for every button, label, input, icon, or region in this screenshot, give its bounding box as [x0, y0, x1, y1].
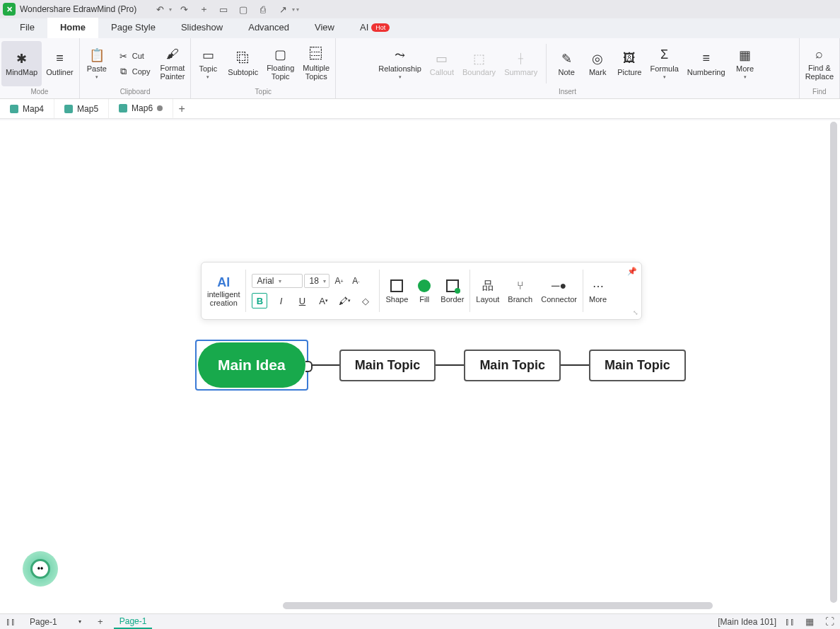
add-page-button[interactable]: +: [94, 616, 107, 628]
boundary-button: ⬚ Boundary: [458, 41, 500, 86]
new-icon[interactable]: ＋: [196, 1, 211, 17]
vertical-scrollbar[interactable]: [830, 122, 837, 603]
horizontal-scrollbar[interactable]: [283, 602, 713, 609]
font-family-select[interactable]: Arial▾: [252, 274, 303, 288]
file-icon: [119, 104, 127, 112]
topic-node-2[interactable]: Main Topic: [464, 350, 561, 381]
mindmap-icon: ✱: [14, 51, 30, 67]
menu-ai[interactable]: AI Hot: [347, 18, 402, 38]
subtopic-icon: ⿻: [235, 51, 251, 67]
highlight-button[interactable]: 🖍▾: [337, 293, 352, 308]
assistant-bot-button[interactable]: ••: [23, 551, 58, 587]
fullscreen-icon[interactable]: ⛶: [823, 616, 836, 628]
fill-button[interactable]: Fill: [412, 278, 436, 304]
status-bar: ⫿⫿ Page-1▾ + Page-1 [Main Idea 101] ⫿⫿ ▦…: [0, 613, 840, 629]
connector-line: [561, 364, 589, 366]
topic-node-3[interactable]: Main Topic: [589, 350, 686, 381]
relationship-button[interactable]: ⤳ Relationship ▾: [374, 41, 426, 86]
cut-button[interactable]: ✂ Cut: [115, 49, 153, 63]
note-button[interactable]: ✎ Note: [551, 41, 582, 86]
group-label-clipboard: Clipboard: [120, 86, 151, 97]
multiple-topics-button[interactable]: ⿳ Multiple Topics: [298, 41, 334, 86]
ribbon-group-find: ⌕ Find & Replace Find: [800, 38, 840, 98]
more-format-button[interactable]: ⋯More: [585, 278, 611, 304]
paste-icon: 📋: [89, 47, 105, 63]
mindmap-diagram: Main Idea Main Topic Main Topic Main Top…: [195, 340, 686, 391]
decrease-font-button[interactable]: A-: [348, 273, 363, 289]
page-tab-1[interactable]: Page-1: [114, 615, 153, 629]
copy-icon: ⧉: [118, 66, 129, 77]
expand-handle-icon[interactable]: [308, 364, 317, 366]
view-mode-2-icon[interactable]: ▦: [803, 616, 816, 628]
add-tab-button[interactable]: +: [173, 103, 190, 115]
tab-map5[interactable]: Map5: [54, 99, 109, 118]
open-icon[interactable]: ▭: [216, 1, 231, 17]
formula-button[interactable]: Σ Formula ▾: [646, 41, 682, 86]
menu-advanced[interactable]: Advanced: [235, 18, 302, 38]
ai-creation-button[interactable]: AI intelligent creation: [203, 265, 244, 316]
mindmap-button[interactable]: ✱ MindMap: [1, 41, 42, 86]
undo-icon[interactable]: ↶: [152, 1, 168, 17]
resize-handle-icon[interactable]: ⤡: [633, 309, 638, 316]
pages-panel-icon[interactable]: ⫿⫿: [4, 616, 17, 628]
picture-icon: 🖼: [622, 51, 637, 67]
mark-icon: ◎: [590, 51, 605, 67]
page-selector[interactable]: Page-1▾: [24, 616, 87, 628]
print-icon[interactable]: ⎙: [255, 1, 271, 17]
floating-topic-button[interactable]: ▢ Floating Topic: [262, 41, 298, 86]
picture-button[interactable]: 🖼 Picture: [613, 41, 646, 86]
bold-button[interactable]: B: [252, 293, 267, 308]
boundary-icon: ⬚: [472, 51, 487, 67]
export-dropdown-icon[interactable]: ▾: [292, 6, 295, 13]
subtopic-button[interactable]: ⿻ Subtopic: [223, 41, 262, 86]
more-icon: ▦: [737, 47, 753, 63]
copy-button[interactable]: ⧉ Copy: [115, 64, 153, 79]
menu-view[interactable]: View: [302, 18, 347, 38]
unsaved-dot-icon: [157, 105, 163, 111]
layout-button[interactable]: 品Layout: [472, 278, 503, 304]
view-mode-1-icon[interactable]: ⫿⫿: [783, 616, 796, 628]
numbering-button[interactable]: ≡ Numbering: [683, 41, 730, 86]
menu-page-style[interactable]: Page Style: [98, 18, 168, 38]
increase-font-button[interactable]: A+: [331, 273, 346, 289]
outliner-button[interactable]: ≡ Outliner: [42, 41, 78, 86]
format-painter-button[interactable]: 🖌 Format Painter: [156, 41, 189, 86]
redo-icon[interactable]: ↷: [176, 1, 192, 17]
group-label-topic: Topic: [255, 86, 272, 97]
save-icon[interactable]: ▢: [235, 1, 251, 17]
paste-button[interactable]: 📋 Paste ▾: [81, 41, 112, 86]
tab-map4[interactable]: Map4: [0, 99, 54, 118]
font-color-button[interactable]: A▾: [315, 293, 331, 308]
find-replace-button[interactable]: ⌕ Find & Replace: [801, 41, 838, 86]
mark-button[interactable]: ◎ Mark: [582, 41, 613, 86]
menu-file[interactable]: File: [7, 18, 47, 38]
outliner-icon: ≡: [52, 51, 68, 67]
connector-button[interactable]: ─●Connector: [537, 278, 581, 304]
relationship-icon: ⤳: [392, 47, 408, 63]
topic-button[interactable]: ▭ Topic ▾: [192, 41, 223, 86]
tab-map6[interactable]: Map6: [109, 99, 173, 118]
topic-node-1[interactable]: Main Topic: [339, 350, 436, 381]
menu-slideshow[interactable]: Slideshow: [168, 18, 235, 38]
shape-button[interactable]: Shape: [381, 278, 412, 304]
connector-line: [436, 364, 464, 366]
connector-icon: ─●: [552, 278, 567, 294]
underline-button[interactable]: U: [294, 293, 310, 308]
menu-home[interactable]: Home: [47, 18, 98, 38]
font-size-select[interactable]: 18▾: [304, 274, 329, 288]
ribbon-group-topic: ▭ Topic ▾ ⿻ Subtopic ▢ Floating Topic ⿳ …: [191, 38, 336, 98]
menu-ai-label: AI: [360, 22, 368, 33]
ribbon: ✱ MindMap ≡ Outliner Mode 📋 Paste ▾ ✂ Cu…: [0, 38, 840, 99]
ribbon-group-insert: ⤳ Relationship ▾ ▭ Callout ⬚ Boundary ⟊ …: [336, 38, 799, 98]
undo-dropdown-icon[interactable]: ▾: [169, 6, 172, 13]
italic-button[interactable]: I: [273, 293, 288, 308]
pin-icon[interactable]: 📌: [627, 267, 637, 276]
clear-format-button[interactable]: ◇: [358, 293, 373, 308]
export-icon[interactable]: ↗: [275, 1, 291, 17]
app-title: Wondershare EdrawMind (Pro): [20, 4, 136, 14]
qat-dropdown-icon[interactable]: ▾: [296, 6, 299, 13]
main-idea-node[interactable]: Main Idea: [195, 340, 308, 391]
more-insert-button[interactable]: ▦ More ▾: [730, 41, 761, 86]
branch-button[interactable]: ⑂Branch: [503, 278, 537, 304]
border-button[interactable]: Border: [436, 278, 468, 304]
